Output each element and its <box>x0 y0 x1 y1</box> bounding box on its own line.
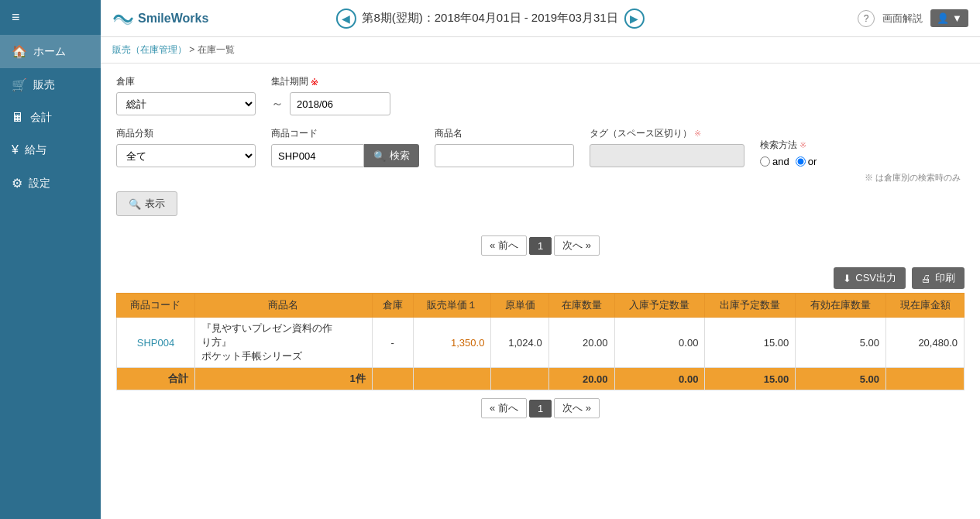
radio-or[interactable] <box>796 156 806 167</box>
category-select[interactable]: 全て <box>116 144 256 167</box>
col-header-price1: 販売単価１ <box>413 294 491 318</box>
sidebar-item-payroll[interactable]: ¥ 給与 <box>0 134 101 167</box>
period-required: ※ <box>311 77 318 88</box>
table-row: SHP004 『見やすいプレゼン資料の作り方』ポケット手帳シリーズ - 1,35… <box>117 318 965 368</box>
cell-effective: 5.00 <box>796 318 886 368</box>
user-dropdown-icon: ▼ <box>952 12 962 24</box>
display-button[interactable]: 🔍 表示 <box>116 191 177 216</box>
sidebar-item-payroll-label: 給与 <box>25 143 46 157</box>
period-label: 集計期間 ※ <box>271 75 390 88</box>
user-icon: 👤 <box>937 12 949 24</box>
cell-price1: 1,350.0 <box>413 318 491 368</box>
user-menu-button[interactable]: 👤 ▼ <box>930 9 968 27</box>
cell-code: SHP004 <box>117 318 195 368</box>
cell-out-planned: 15.00 <box>705 318 796 368</box>
header: SmileWorks ◀ 第8期(翌期)：2018年04月01日 - 2019年… <box>101 0 980 37</box>
period-to-input[interactable] <box>290 92 390 115</box>
prev-period-button[interactable]: ◀ <box>335 9 356 29</box>
total-label2: 1件 <box>194 368 372 390</box>
warehouse-note: ※ は倉庫別の検索時のみ <box>865 173 961 182</box>
sales-icon: 🛒 <box>12 77 27 92</box>
display-btn-row: 🔍 表示 <box>116 191 965 216</box>
next-page-bottom-button[interactable]: 次へ » <box>554 398 600 418</box>
page-1-bottom-button[interactable]: 1 <box>529 400 552 418</box>
warehouse-select[interactable]: 総計 <box>116 92 256 115</box>
settings-icon: ⚙ <box>12 176 22 191</box>
cell-warehouse: - <box>372 318 413 368</box>
accounting-icon: 🖩 <box>12 111 24 125</box>
total-stock: 20.00 <box>548 368 614 390</box>
total-price1 <box>413 368 491 390</box>
next-period-button[interactable]: ▶ <box>624 9 645 29</box>
table-total-row: 合計 1件 20.00 0.00 15.00 5.00 <box>117 368 965 390</box>
screen-help-text[interactable]: 画面解説 <box>882 12 923 26</box>
display-search-icon: 🔍 <box>129 198 141 210</box>
radio-and-label[interactable]: and <box>760 156 789 167</box>
breadcrumb: 販売（在庫管理） > 在庫一覧 <box>101 37 980 64</box>
code-input[interactable] <box>271 144 364 167</box>
inventory-table: 商品コード 商品名 倉庫 販売単価１ 原単価 在庫数量 入庫予定数量 出庫予定数… <box>116 293 965 390</box>
pagination-top: « 前へ 1 次へ » <box>101 228 980 263</box>
code-label: 商品コード <box>271 127 419 140</box>
action-bar: ⬇ CSV出力 🖨 印刷 <box>101 263 980 293</box>
sidebar-item-settings[interactable]: ⚙ 設定 <box>0 167 101 200</box>
logo-text: SmileWorks <box>138 12 208 26</box>
header-right: ? 画面解説 👤 ▼ <box>858 9 968 27</box>
warehouse-group: 倉庫 総計 <box>116 75 256 115</box>
search-method-note: ※ <box>799 140 806 150</box>
tag-note: ※ <box>694 129 701 139</box>
home-icon: 🏠 <box>12 44 27 59</box>
search-button[interactable]: 🔍 検索 <box>364 144 419 167</box>
product-code-link[interactable]: SHP004 <box>137 337 174 349</box>
form-area: 倉庫 総計 集計期間 ※ ～ <box>101 64 980 228</box>
next-page-top-button[interactable]: 次へ » <box>554 235 600 256</box>
prev-page-bottom-button[interactable]: « 前へ <box>481 398 527 418</box>
print-button[interactable]: 🖨 印刷 <box>912 267 965 289</box>
main-area: SmileWorks ◀ 第8期(翌期)：2018年04月01日 - 2019年… <box>101 0 980 519</box>
total-out-planned: 15.00 <box>705 368 796 390</box>
col-header-name: 商品名 <box>194 294 372 318</box>
category-group: 商品分類 全て <box>116 127 256 167</box>
warehouse-label: 倉庫 <box>116 75 256 88</box>
sidebar-item-accounting[interactable]: 🖩 会計 <box>0 101 101 134</box>
tag-group: タグ（スペース区切り） ※ <box>590 127 744 167</box>
sidebar: ≡ 🏠 ホーム 🛒 販売 🖩 会計 ¥ 給与 ⚙ 設定 <box>0 0 101 519</box>
sidebar-item-accounting-label: 会計 <box>30 111 52 125</box>
product-name-label: 商品名 <box>435 127 574 140</box>
col-header-value: 現在庫金額 <box>886 294 965 318</box>
cell-in-planned: 0.00 <box>614 318 705 368</box>
total-effective: 5.00 <box>796 368 886 390</box>
page-1-top-button[interactable]: 1 <box>529 237 552 255</box>
product-name-input[interactable] <box>435 144 574 167</box>
csv-icon: ⬇ <box>843 273 851 284</box>
tag-input[interactable] <box>590 144 744 167</box>
total-label1: 合計 <box>117 368 195 390</box>
col-header-cost: 原単価 <box>491 294 548 318</box>
period-text: 第8期(翌期)：2018年04月01日 - 2019年03月31日 <box>362 11 617 26</box>
prev-page-top-button[interactable]: « 前へ <box>481 235 527 256</box>
form-row-1: 倉庫 総計 集計期間 ※ ～ <box>116 75 965 115</box>
search-method-group: 検索方法 ※ and or <box>760 139 817 167</box>
help-icon-button[interactable]: ? <box>858 10 875 27</box>
table-header-row: 商品コード 商品名 倉庫 販売単価１ 原単価 在庫数量 入庫予定数量 出庫予定数… <box>117 294 965 318</box>
content-area: 販売（在庫管理） > 在庫一覧 倉庫 総計 集計期間 <box>101 37 980 519</box>
sidebar-item-sales[interactable]: 🛒 販売 <box>0 68 101 101</box>
radio-and[interactable] <box>760 156 770 167</box>
breadcrumb-parent[interactable]: 販売（在庫管理） <box>112 44 187 55</box>
payroll-icon: ¥ <box>12 143 19 157</box>
total-value <box>886 368 965 390</box>
period-group: 集計期間 ※ ～ <box>271 75 390 115</box>
hamburger-button[interactable]: ≡ <box>0 0 101 35</box>
pagination-bottom: « 前へ 1 次へ » <box>101 390 980 426</box>
cell-name: 『見やすいプレゼン資料の作り方』ポケット手帳シリーズ <box>194 318 372 368</box>
sidebar-item-settings-label: 設定 <box>29 177 50 191</box>
search-method-radio-group: and or <box>760 156 817 167</box>
logo-icon <box>112 10 134 27</box>
col-header-stock: 在庫数量 <box>548 294 614 318</box>
radio-or-label[interactable]: or <box>796 156 817 167</box>
form-row-2: 商品分類 全て 商品コード 🔍 検索 <box>116 127 965 167</box>
sidebar-item-home[interactable]: 🏠 ホーム <box>0 35 101 68</box>
col-header-warehouse: 倉庫 <box>372 294 413 318</box>
csv-button[interactable]: ⬇ CSV出力 <box>834 267 906 289</box>
total-cost <box>491 368 548 390</box>
